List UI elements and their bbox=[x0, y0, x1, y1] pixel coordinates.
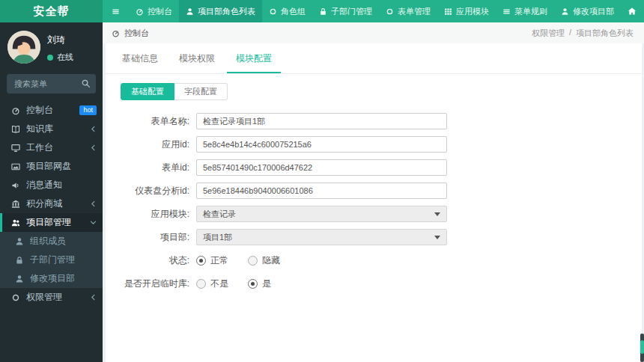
caret-down-icon bbox=[434, 212, 440, 216]
form-row: 项目部: 项目1部 bbox=[121, 229, 642, 245]
submenu-item-label: 组织成员 bbox=[30, 235, 97, 248]
dashboard-icon bbox=[112, 29, 120, 37]
app-module-select[interactable]: 检查记录 bbox=[196, 206, 447, 222]
temp-db-option-yes[interactable]: 是 bbox=[248, 277, 271, 290]
basic-config-button[interactable]: 基础配置 bbox=[121, 83, 174, 100]
tab-basic-info[interactable]: 基础信息 bbox=[113, 43, 167, 73]
topnav-item-subdept[interactable]: 子部门管理 bbox=[312, 0, 379, 22]
topnav-label: 子部门管理 bbox=[331, 6, 372, 17]
hamburger-icon bbox=[112, 7, 120, 16]
topnav-label: 表单管理 bbox=[398, 6, 431, 17]
bank-icon bbox=[11, 200, 20, 209]
topnav-item-role-list[interactable]: 项目部角色列表 bbox=[179, 0, 262, 22]
dashboard-id-input[interactable] bbox=[196, 182, 447, 199]
chevron-down-icon bbox=[90, 219, 97, 226]
sidebar-search bbox=[7, 74, 96, 93]
form-name-input[interactable] bbox=[196, 113, 447, 129]
topbar-right-tools: 刘琦 bbox=[621, 0, 644, 22]
sidebar-item-workbench[interactable]: 工作台 bbox=[0, 138, 103, 157]
topnav-item-form-mgmt[interactable]: 表单管理 bbox=[379, 0, 437, 22]
circle-icon bbox=[386, 7, 394, 16]
config-button-group: 基础配置 字段配置 bbox=[121, 83, 642, 100]
dashboard-icon bbox=[11, 106, 20, 115]
sidebar-username: 刘琦 bbox=[47, 34, 73, 46]
sidebar: 刘琦 在线 控制台hot 知识库 工作台 项目部网盘 消息通知 积分商城 项目部… bbox=[0, 22, 103, 362]
topnav-item-console[interactable]: 控制台 bbox=[129, 0, 179, 22]
content-wrap: 基础信息 模块权限 模块配置 基础配置 字段配置 表单名称: bbox=[103, 43, 644, 362]
app-module-selected-value: 检查记录 bbox=[203, 209, 236, 220]
sidebar-toggle-button[interactable] bbox=[103, 0, 129, 22]
avatar[interactable] bbox=[7, 31, 40, 64]
tab-module-config[interactable]: 模块配置 bbox=[227, 43, 281, 73]
user-icon bbox=[186, 7, 194, 16]
form-id-input[interactable] bbox=[196, 159, 447, 176]
hot-badge: hot bbox=[79, 105, 97, 116]
lock-icon bbox=[15, 256, 24, 265]
project-dept-selected-value: 项目1部 bbox=[203, 232, 232, 243]
radio-checked-icon bbox=[248, 279, 258, 289]
sidebar-item-netdisk[interactable]: 项目部网盘 bbox=[0, 157, 103, 176]
submenu-item-edit-project[interactable]: 修改项目部 bbox=[0, 269, 103, 288]
topnav-label: 菜单规则 bbox=[514, 6, 547, 17]
submenu-item-org-members[interactable]: 组织成员 bbox=[0, 232, 103, 251]
form-name-label: 表单名称: bbox=[121, 115, 189, 128]
user-icon bbox=[15, 237, 24, 246]
submenu-item-subdept[interactable]: 子部门管理 bbox=[0, 251, 103, 269]
topnav-label: 项目部角色列表 bbox=[198, 6, 255, 17]
page-scrollbar[interactable] bbox=[640, 334, 644, 362]
status-label: 状态: bbox=[121, 254, 189, 267]
project-dept-label: 项目部: bbox=[121, 231, 189, 244]
user-icon bbox=[561, 7, 569, 16]
sidebar-item-points-mall[interactable]: 积分商城 bbox=[0, 194, 103, 213]
field-config-button[interactable]: 字段配置 bbox=[174, 83, 228, 100]
project-dept-select[interactable]: 项目1部 bbox=[196, 229, 447, 245]
breadcrumb-path: 权限管理 / 项目部角色列表 bbox=[532, 28, 634, 39]
temp-db-label: 是否开启临时库: bbox=[121, 277, 189, 290]
app-id-input[interactable] bbox=[196, 136, 447, 153]
home-button[interactable] bbox=[621, 0, 643, 22]
topnav-item-app-module[interactable]: 应用模块 bbox=[437, 0, 496, 22]
topnav-item-edit-project[interactable]: 修改项目部 bbox=[554, 0, 621, 22]
search-icon[interactable] bbox=[81, 79, 91, 88]
panel-body: 基础配置 字段配置 表单名称: 应用id: 表单id: bbox=[106, 74, 642, 292]
main-content: 控制台 权限管理 / 项目部角色列表 基础信息 模块权限 模块配置 基础配置 字… bbox=[103, 22, 644, 362]
scrollbar-thumb[interactable] bbox=[640, 340, 644, 354]
radio-unchecked-icon bbox=[196, 279, 206, 289]
radio-label: 是 bbox=[262, 277, 271, 290]
form-row: 应用id: bbox=[121, 136, 642, 153]
sidebar-item-knowledge[interactable]: 知识库 bbox=[0, 120, 103, 138]
breadcrumb: 控制台 bbox=[112, 28, 149, 39]
topnav-item-role-group[interactable]: 角色组 bbox=[262, 0, 312, 22]
topnav-label: 修改项目部 bbox=[573, 6, 614, 17]
form-row: 表单id: bbox=[121, 159, 642, 176]
chevron-left-icon bbox=[90, 294, 97, 301]
radio-label: 隐藏 bbox=[262, 254, 280, 267]
form-id-label: 表单id: bbox=[121, 162, 189, 174]
topnav-item-menu-rules[interactable]: 菜单规则 bbox=[496, 0, 554, 22]
app-window: 安全帮 控制台 项目部角色列表 角色组 子部门管理 表单管理 应用模块 菜单规则… bbox=[0, 0, 644, 362]
sidebar-item-project-mgmt[interactable]: 项目部管理 bbox=[0, 213, 103, 232]
chevron-left-icon bbox=[90, 200, 97, 207]
topbar: 安全帮 控制台 项目部角色列表 角色组 子部门管理 表单管理 应用模块 菜单规则… bbox=[0, 0, 644, 22]
circle-icon bbox=[269, 7, 277, 16]
sidebar-item-label: 权限管理 bbox=[26, 291, 84, 304]
sidebar-item-permissions[interactable]: 权限管理 bbox=[0, 288, 103, 307]
status-option-hidden[interactable]: 隐藏 bbox=[248, 254, 280, 267]
form-row: 状态: 正常 隐藏 bbox=[121, 252, 642, 269]
brand-logo[interactable]: 安全帮 bbox=[0, 0, 103, 22]
temp-db-option-no[interactable]: 不是 bbox=[196, 277, 228, 290]
radio-checked-icon bbox=[196, 256, 206, 266]
sidebar-item-console[interactable]: 控制台hot bbox=[0, 101, 103, 120]
form-row: 表单名称: bbox=[121, 113, 642, 129]
form-row: 应用模块: 检查记录 bbox=[121, 206, 642, 222]
list-icon bbox=[502, 7, 511, 16]
status-option-normal[interactable]: 正常 bbox=[196, 254, 228, 267]
breadcrumb-parent[interactable]: 权限管理 bbox=[532, 28, 565, 39]
detail-panel: 基础信息 模块权限 模块配置 基础配置 字段配置 表单名称: bbox=[106, 43, 642, 362]
sidebar-item-notifications[interactable]: 消息通知 bbox=[0, 176, 103, 194]
tab-module-permissions[interactable]: 模块权限 bbox=[170, 43, 224, 73]
app-id-label: 应用id: bbox=[121, 138, 189, 151]
tab-bar: 基础信息 模块权限 模块配置 bbox=[106, 43, 642, 74]
config-form: 表单名称: 应用id: 表单id: 仪表盘分析id: bbox=[121, 113, 642, 292]
home-icon bbox=[628, 7, 637, 16]
